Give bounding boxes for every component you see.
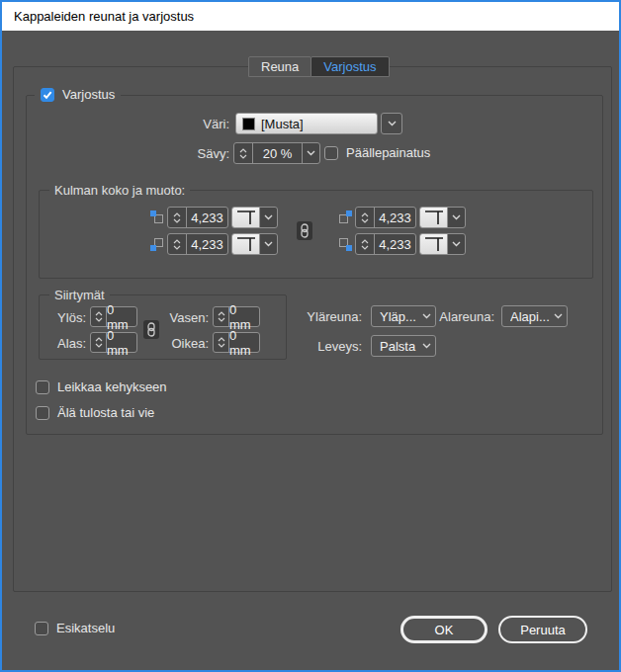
shading-toggle-row: Varjostus <box>35 87 121 102</box>
chevron-down-icon <box>173 218 181 223</box>
width-label: Leveys: <box>224 339 362 354</box>
dialog-title: Kappaleiden reunat ja varjostus <box>14 9 194 24</box>
offset-top-field: 0 mm <box>90 306 137 327</box>
clip-to-frame-checkbox[interactable] <box>36 380 49 394</box>
corner-bottom-left-shape-dropdown[interactable] <box>231 233 278 255</box>
chevron-down-icon <box>447 234 465 254</box>
corner-bottom-right-stepper[interactable] <box>356 234 374 254</box>
corner-group-label: Kulman koko ja muoto: <box>49 182 190 199</box>
offset-top-label: Ylös: <box>40 310 86 325</box>
corner-top-left-field: 4,233 <box>167 207 228 228</box>
corner-bottom-right-field: 4,233 <box>355 233 416 255</box>
offset-right-label: Oikea: <box>148 336 209 351</box>
ok-button-label: OK <box>435 623 454 637</box>
corner-top-right-stepper[interactable] <box>356 208 374 227</box>
corner-top-left-icon <box>150 210 164 224</box>
no-print-label: Älä tulosta tai vie <box>57 405 154 420</box>
color-swatch-black <box>242 118 255 130</box>
clip-to-frame-label: Leikkaa kehykseen <box>57 379 167 394</box>
corner-bottom-right-value[interactable]: 4,233 <box>374 234 415 254</box>
chevron-up-icon <box>95 311 103 316</box>
offset-top-stepper[interactable] <box>91 307 106 326</box>
overprint-label: Päällepainatus <box>346 145 430 160</box>
color-label: Väri: <box>27 117 229 131</box>
chevron-up-icon <box>239 148 247 153</box>
bottom-edge-dropdown[interactable]: Alapi... <box>501 305 568 327</box>
corner-bottom-right-shape-dropdown[interactable] <box>419 233 466 255</box>
no-print-checkbox[interactable] <box>36 406 49 420</box>
corner-shape-icon <box>420 208 447 227</box>
shading-label: Varjostus <box>62 87 115 102</box>
corner-link-toggle[interactable] <box>297 221 312 240</box>
chevron-down-icon <box>239 154 247 159</box>
offset-bottom-value[interactable]: 0 mm <box>106 333 136 352</box>
corner-bottom-left-stepper[interactable] <box>168 234 186 254</box>
corner-top-left-shape-dropdown[interactable] <box>231 207 278 228</box>
corner-top-right-icon <box>338 210 352 224</box>
chevron-down-icon <box>95 317 103 322</box>
corner-shape-icon <box>232 208 259 227</box>
tint-value[interactable]: 20 % <box>252 143 302 163</box>
corner-top-right-shape-dropdown[interactable] <box>419 207 466 228</box>
cancel-button[interactable]: Peruuta <box>498 616 587 643</box>
dialog-body: Reuna Varjostus Varjostus Väri: [Musta] <box>2 31 619 670</box>
chevron-down-icon <box>447 208 465 227</box>
tint-dropdown-button[interactable] <box>302 143 319 163</box>
corner-top-right-value[interactable]: 4,233 <box>374 208 415 227</box>
shading-checkbox[interactable] <box>41 88 54 102</box>
corner-bottom-left-field: 4,233 <box>167 233 228 255</box>
chevron-down-icon <box>95 343 103 348</box>
tab-shading-label: Varjostus <box>323 59 376 74</box>
corner-top-left-value[interactable]: 4,233 <box>186 208 227 227</box>
preview-checkbox[interactable] <box>35 622 48 635</box>
chevron-down-icon <box>388 121 397 126</box>
color-dropdown-button[interactable] <box>381 113 402 134</box>
width-dropdown[interactable]: Palsta <box>371 335 436 357</box>
color-value: [Musta] <box>261 117 304 131</box>
tint-label: Sävy: <box>27 146 229 161</box>
offset-left-label: Vasen: <box>148 310 209 325</box>
shading-group: Varjostus Väri: [Musta] Sävy: 20 % <box>26 95 603 435</box>
color-dropdown[interactable]: [Musta] <box>235 113 378 134</box>
chevron-down-icon <box>259 234 277 254</box>
preview-label: Esikatselu <box>56 621 115 635</box>
chevron-up-icon <box>173 212 181 217</box>
corner-top-right-field: 4,233 <box>355 207 416 228</box>
corner-bottom-left-value[interactable]: 4,233 <box>186 234 227 254</box>
chain-link-icon <box>300 223 310 238</box>
corner-bottom-right-icon <box>338 237 352 251</box>
offset-top-value[interactable]: 0 mm <box>106 307 136 326</box>
offset-bottom-field: 0 mm <box>90 332 137 353</box>
offset-bottom-label: Alas: <box>40 336 86 351</box>
corner-group: Kulman koko ja muoto: 4,233 <box>39 190 593 279</box>
no-print-row: Älä tulosta tai vie <box>36 405 154 420</box>
tab-border[interactable]: Reuna <box>248 56 311 77</box>
chevron-up-icon <box>95 337 103 342</box>
corner-top-left-stepper[interactable] <box>168 208 186 227</box>
top-edge-label: Yläreuna: <box>224 309 362 324</box>
overprint-checkbox[interactable] <box>324 146 338 160</box>
preview-row: Esikatselu <box>35 621 115 635</box>
bottom-edge-label: Alareuna: <box>402 309 494 324</box>
title-bar[interactable]: Kappaleiden reunat ja varjostus <box>2 2 619 31</box>
offsets-group-label: Siirtymät <box>49 287 110 303</box>
offset-bottom-stepper[interactable] <box>91 333 106 352</box>
ok-button[interactable]: OK <box>400 616 488 643</box>
corner-bottom-left-icon <box>150 237 164 251</box>
clip-to-frame-row: Leikkaa kehykseen <box>36 379 167 394</box>
chevron-down-icon <box>361 245 369 250</box>
check-icon <box>43 90 52 100</box>
tint-field: 20 % <box>233 142 320 164</box>
chevron-down-icon <box>422 343 431 349</box>
bottom-edge-value: Alapi... <box>510 309 554 324</box>
chevron-down-icon <box>361 218 369 223</box>
tab-border-label: Reuna <box>261 59 299 74</box>
width-value: Palsta <box>380 339 422 354</box>
chevron-down-icon <box>307 150 315 156</box>
chevron-down-icon <box>554 313 563 319</box>
cancel-button-label: Peruuta <box>520 623 566 637</box>
tab-shading[interactable]: Varjostus <box>310 56 389 77</box>
corner-shape-icon <box>232 234 259 254</box>
tint-stepper[interactable] <box>234 143 252 163</box>
chevron-up-icon <box>361 212 369 217</box>
